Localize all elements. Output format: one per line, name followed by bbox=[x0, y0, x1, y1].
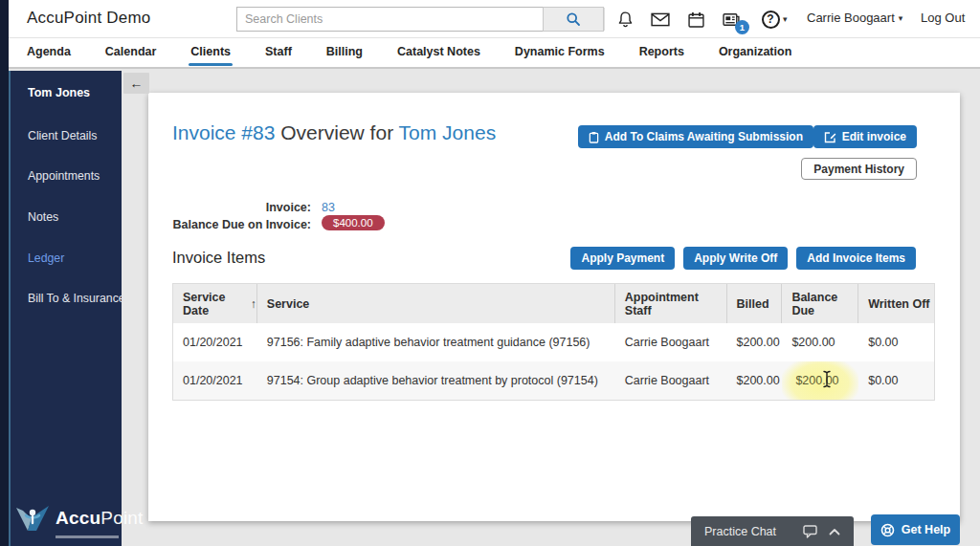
payment-history-button[interactable]: Payment History bbox=[801, 158, 917, 180]
tab-reports[interactable]: Reports bbox=[639, 39, 684, 66]
practice-chat-bar[interactable]: Practice Chat bbox=[691, 516, 854, 546]
sidebar-client-name: Tom Jones bbox=[28, 86, 90, 99]
chat-bubble-icon bbox=[803, 525, 817, 538]
cell-balance-due: $200.00 bbox=[782, 323, 858, 361]
cell-billed: $200.00 bbox=[727, 361, 783, 400]
apply-payment-button[interactable]: Apply Payment bbox=[570, 247, 675, 270]
apply-write-off-button[interactable]: Apply Write Off bbox=[683, 247, 788, 270]
accupoint-app: AccuPoint Demo 1 ? ▾ Carrie Boogaart ▾ bbox=[0, 0, 980, 546]
header-service[interactable]: Service bbox=[257, 284, 615, 323]
header-written-off[interactable]: Written Off bbox=[858, 284, 934, 323]
user-menu[interactable]: Carrie Boogaart ▾ bbox=[807, 11, 902, 25]
logout-button[interactable]: Log Out bbox=[921, 11, 965, 25]
cell-staff: Carrie Boogaart bbox=[615, 361, 727, 400]
invoice-label: Invoice: bbox=[134, 201, 311, 214]
logo-text-point: Point bbox=[100, 508, 143, 528]
messages-envelope-icon[interactable] bbox=[649, 8, 672, 31]
invoice-number-title: Invoice #83 bbox=[172, 121, 275, 143]
invoice-overview-card: Invoice #83 Overview for Tom Jones Add T… bbox=[148, 93, 960, 521]
tab-agenda[interactable]: Agenda bbox=[27, 39, 71, 66]
search-icon bbox=[566, 11, 581, 27]
cell-billed: $200.00 bbox=[727, 323, 783, 361]
table-row[interactable]: 01/20/2021 97154: Group adaptive behavio… bbox=[173, 361, 934, 400]
sidebar-item-bill-to-insurance[interactable]: Bill To & Insurance bbox=[28, 292, 125, 305]
get-help-button[interactable]: Get Help bbox=[871, 514, 960, 545]
tab-calendar[interactable]: Calendar bbox=[105, 39, 157, 66]
logo-tagline bbox=[56, 535, 119, 538]
window-left-edge bbox=[0, 0, 9, 546]
search-button[interactable] bbox=[543, 7, 604, 32]
get-help-label: Get Help bbox=[902, 523, 950, 536]
topbar-divider bbox=[604, 8, 605, 31]
title-client-name: Tom Jones bbox=[399, 121, 497, 143]
cell-service: 97154: Group adaptive behavior treatment… bbox=[257, 361, 615, 400]
title-middle: Overview for bbox=[280, 121, 393, 143]
news-feed-icon[interactable]: 1 bbox=[720, 8, 743, 31]
tab-billing[interactable]: Billing bbox=[326, 39, 363, 66]
invoice-items-heading: Invoice Items bbox=[172, 249, 265, 267]
main-nav: Agenda Calendar Clients Staff Billing Ca… bbox=[0, 38, 980, 69]
sidebar-item-appointments[interactable]: Appointments bbox=[28, 169, 100, 183]
cell-service: 97156: Family adaptive behavior treatmen… bbox=[257, 323, 615, 361]
table-row[interactable]: 01/20/2021 97156: Family adaptive behavi… bbox=[173, 323, 934, 361]
cell-written-off: $0.00 bbox=[858, 361, 934, 400]
notification-count-badge: 1 bbox=[735, 20, 749, 34]
invoice-items-table: Service Date ↑ Service Appointment Staff… bbox=[172, 283, 935, 401]
table-header-row: Service Date ↑ Service Appointment Staff… bbox=[173, 284, 934, 323]
sort-up-icon: ↑ bbox=[251, 297, 256, 311]
cell-service-date: 01/20/2021 bbox=[173, 323, 257, 361]
cell-staff: Carrie Boogaart bbox=[615, 323, 727, 361]
header-billed[interactable]: Billed bbox=[727, 284, 783, 323]
sidebar-collapse-button[interactable]: ← bbox=[123, 73, 149, 94]
clipboard-icon bbox=[589, 131, 599, 143]
notifications-bell-icon[interactable] bbox=[613, 8, 636, 31]
header-appointment-staff[interactable]: Appointment Staff bbox=[615, 284, 727, 323]
top-bar: AccuPoint Demo 1 ? ▾ Carrie Boogaart ▾ bbox=[0, 0, 980, 38]
life-ring-icon bbox=[880, 523, 895, 537]
cell-written-off: $0.00 bbox=[858, 323, 934, 361]
invoice-number-link[interactable]: 83 bbox=[322, 201, 335, 214]
cursor-highlight: $200.00 bbox=[791, 372, 842, 389]
tab-catalyst-notes[interactable]: Catalyst Notes bbox=[397, 39, 480, 66]
balance-due-label: Balance Due on Invoice: bbox=[134, 218, 311, 231]
tab-staff[interactable]: Staff bbox=[265, 39, 292, 66]
app-title: AccuPoint Demo bbox=[27, 9, 150, 28]
accupoint-logo-icon bbox=[13, 501, 52, 535]
user-caret-down-icon: ▾ bbox=[899, 13, 903, 23]
practice-chat-label: Practice Chat bbox=[704, 525, 776, 538]
tab-organization[interactable]: Organization bbox=[719, 39, 791, 66]
tab-dynamic-forms[interactable]: Dynamic Forms bbox=[515, 39, 605, 66]
accupoint-logo: AccuPoint bbox=[13, 501, 144, 535]
edit-pencil-icon bbox=[824, 131, 836, 143]
sidebar-item-client-details[interactable]: Client Details bbox=[28, 129, 97, 142]
header-service-date[interactable]: Service Date ↑ bbox=[173, 284, 257, 323]
client-sidebar: Tom Jones Client Details Appointments No… bbox=[9, 71, 122, 546]
text-cursor-ibeam-icon bbox=[822, 370, 832, 388]
sidebar-item-notes[interactable]: Notes bbox=[28, 210, 58, 224]
help-caret-down-icon: ▾ bbox=[783, 14, 788, 24]
search-input[interactable] bbox=[236, 7, 543, 32]
tab-clients[interactable]: Clients bbox=[190, 39, 231, 66]
edit-invoice-button[interactable]: Edit invoice bbox=[813, 125, 917, 148]
balance-due-badge: $400.00 bbox=[322, 215, 385, 230]
add-invoice-items-button[interactable]: Add Invoice Items bbox=[796, 247, 916, 270]
add-to-claims-button[interactable]: Add To Claims Awaiting Submission bbox=[578, 125, 813, 148]
user-name: Carrie Boogaart bbox=[807, 11, 895, 25]
invoice-items-actions: Apply Payment Apply Write Off Add Invoic… bbox=[570, 247, 916, 270]
cell-service-date: 01/20/2021 bbox=[173, 361, 257, 400]
header-balance-due[interactable]: Balance Due bbox=[782, 284, 858, 323]
calendar-icon[interactable] bbox=[684, 8, 707, 31]
help-icon[interactable]: ? bbox=[759, 8, 782, 31]
sidebar-item-ledger[interactable]: Ledger bbox=[28, 251, 64, 265]
logo-text-accu: Accu bbox=[56, 508, 100, 528]
page-title: Invoice #83 Overview for Tom Jones bbox=[172, 121, 496, 144]
back-arrow-icon: ← bbox=[130, 76, 144, 91]
cell-balance-due-highlighted: $200.00 bbox=[782, 361, 858, 400]
chevron-up-icon[interactable] bbox=[829, 528, 840, 535]
